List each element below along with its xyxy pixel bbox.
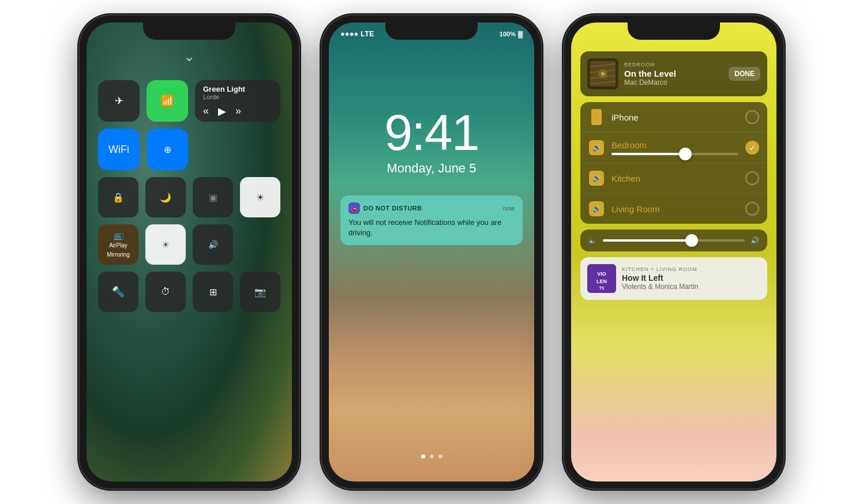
- ls-dot-1: [421, 454, 425, 458]
- camera-icon: 📷: [254, 287, 266, 298]
- phone-shape-icon: [591, 109, 602, 125]
- timer-icon: ⏱: [161, 287, 170, 297]
- volume-fill: [611, 153, 681, 155]
- notch-1: [143, 22, 235, 40]
- ap-now-playing-card: BEDROOM On the Level Mac DeMarco DONE: [580, 51, 767, 96]
- airplane-icon: ✈: [115, 95, 123, 107]
- ap-kitchen-label: Kitchen: [611, 174, 738, 183]
- calculator-icon: ⊞: [209, 287, 217, 298]
- music-artist: Lorde: [203, 93, 219, 100]
- ap-device-iphone[interactable]: iPhone: [580, 102, 767, 133]
- airplay-panel: BEDROOM On the Level Mac DeMarco DONE iP…: [580, 51, 767, 300]
- chevron-icon[interactable]: ⌄: [183, 48, 195, 65]
- cc-row-network: ✈ 📶 WiFi ⊕: [98, 80, 280, 170]
- signal-strength: ●●●● LTE: [340, 29, 374, 38]
- wifi-icon-2: WiFi: [108, 144, 129, 156]
- lock-screen-bg: ●●●● LTE 100% ▓ 9:41 Monday, June 5 🚗 D: [329, 22, 534, 482]
- bedroom-info: Bedroom: [611, 140, 738, 155]
- ap-livingroom-radio[interactable]: [745, 202, 759, 216]
- play-button[interactable]: ▶: [218, 105, 226, 118]
- car-icon: 🚗: [351, 205, 358, 212]
- ap-iphone-label: iPhone: [611, 112, 738, 122]
- airplay-label: AirPlay: [109, 242, 127, 249]
- battery-level: 100%: [500, 31, 516, 37]
- ap-song-title: On the Level: [624, 69, 723, 78]
- next-button[interactable]: »: [235, 105, 241, 117]
- ap-bedroom-volume-slider[interactable]: [611, 151, 738, 155]
- cc-calculator[interactable]: ⊞: [193, 272, 233, 312]
- control-center-panel: ✈ 📶 WiFi ⊕: [98, 80, 280, 470]
- ap-iphone-radio[interactable]: [745, 110, 759, 124]
- ap-second-song-info: KITCHEN + LIVING ROOM How It Left Violen…: [622, 266, 760, 291]
- notif-app-icon: 🚗: [348, 202, 360, 214]
- ap-kitchen-radio[interactable]: [745, 171, 759, 185]
- brightness-icon: ☀: [256, 192, 264, 203]
- svg-point-3: [601, 72, 605, 76]
- ap-global-volume: 🔈 🔊: [580, 230, 767, 251]
- kitchen-device-icon: 🔊: [588, 170, 605, 186]
- speaker-livingroom-icon: 🔊: [589, 201, 604, 216]
- volume-thumb[interactable]: [679, 148, 692, 160]
- global-volume-track[interactable]: [603, 239, 745, 242]
- svg-text:TS: TS: [599, 286, 605, 290]
- ls-page-dots: [329, 454, 534, 458]
- prev-button[interactable]: «: [203, 105, 209, 117]
- notif-app-title: DO NOT DISTURB: [363, 205, 422, 212]
- cc-row-bottom: WiFi ⊕: [98, 129, 188, 170]
- iphone-1: ⌄ ✈ 📶: [80, 16, 299, 488]
- lock-rotation-icon: 🔒: [112, 192, 124, 203]
- lock-date: Monday, June 5: [329, 161, 534, 176]
- notch-2: [385, 22, 478, 40]
- ap-second-title: How It Left: [622, 273, 760, 283]
- mirroring-icon: ▣: [209, 192, 217, 203]
- album-art-svg: [587, 58, 618, 89]
- iphone-3: BEDROOM On the Level Mac DeMarco DONE iP…: [564, 16, 783, 488]
- bluetooth-icon: ⊕: [164, 144, 171, 155]
- global-volume-thumb[interactable]: [685, 234, 698, 247]
- cc-wifi-button[interactable]: WiFi: [98, 129, 140, 170]
- second-art-svg: VIO LEN TS: [587, 264, 616, 293]
- control-center-bg: ⌄ ✈ 📶: [87, 22, 292, 482]
- moon-icon: 🌙: [160, 192, 171, 203]
- ap-device-kitchen[interactable]: 🔊 Kitchen: [580, 163, 767, 194]
- cc-screen-mirroring[interactable]: ▣: [193, 177, 233, 217]
- airplay-label-2: Mirroring: [107, 251, 129, 258]
- cc-now-playing[interactable]: Green Light Lorde « ▶ »: [195, 80, 280, 122]
- cc-airplay-mirroring[interactable]: 📺 AirPlay Mirroring: [98, 224, 138, 265]
- sun-icon: ☀: [162, 239, 170, 250]
- speaker-kitchen-icon: 🔊: [589, 171, 604, 186]
- ls-notification-card[interactable]: 🚗 DO NOT DISTURB now You will not receiv…: [340, 195, 523, 245]
- cc-brightness-slider[interactable]: ☀: [145, 224, 186, 265]
- music-title: Green Light: [203, 85, 245, 93]
- iphone-1-screen: ⌄ ✈ 📶: [87, 22, 292, 482]
- airplay-bg: BEDROOM On the Level Mac DeMarco DONE iP…: [571, 22, 776, 482]
- cc-do-not-disturb[interactable]: 🌙: [145, 177, 186, 217]
- notif-timestamp: now: [503, 205, 515, 212]
- music-controls: « ▶ »: [203, 105, 241, 118]
- cc-airplane-mode[interactable]: ✈: [98, 80, 140, 122]
- lock-time: 9:41: [329, 103, 534, 162]
- cc-brightness-tile[interactable]: ☀: [240, 177, 280, 217]
- cc-network-group: ✈ 📶 WiFi ⊕: [98, 80, 188, 170]
- ap-second-venue: KITCHEN + LIVING ROOM: [622, 266, 760, 272]
- cc-wifi-toggle[interactable]: 📶: [147, 80, 188, 122]
- cc-screen-lock[interactable]: 🔒: [98, 177, 138, 217]
- ap-device-bedroom[interactable]: 🔊 Bedroom ✓: [580, 133, 767, 163]
- global-volume-fill: [603, 239, 688, 242]
- volume-min-icon: 🔈: [588, 236, 597, 245]
- ap-device-livingroom[interactable]: 🔊 Living Room: [580, 194, 767, 224]
- speaker-shape-icon: 🔊: [589, 140, 604, 155]
- ap-done-button[interactable]: DONE: [729, 67, 760, 81]
- volume-max-icon: 🔊: [751, 236, 759, 245]
- cc-flashlight[interactable]: 🔦: [98, 272, 138, 312]
- svg-text:LEN: LEN: [596, 279, 607, 284]
- svg-text:VIO: VIO: [597, 271, 606, 277]
- cc-bluetooth-button[interactable]: ⊕: [147, 129, 188, 170]
- volume-icon: 🔊: [208, 240, 218, 249]
- iphone-3-screen: BEDROOM On the Level Mac DeMarco DONE iP…: [571, 22, 776, 482]
- battery-icon: ▓: [518, 31, 523, 37]
- cc-timer[interactable]: ⏱: [145, 272, 186, 312]
- cc-camera[interactable]: 📷: [240, 272, 280, 312]
- cc-volume-tile[interactable]: 🔊: [193, 224, 233, 265]
- cc-row-controls: 🔒 🌙 ▣ ☀: [98, 177, 280, 217]
